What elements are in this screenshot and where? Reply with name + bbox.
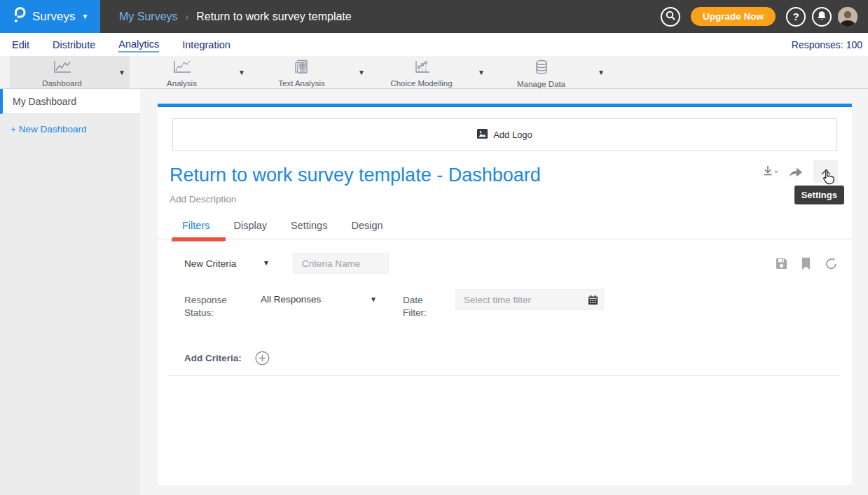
toolbar-group-choice-modelling: Choice Modelling ▼ xyxy=(369,56,489,88)
search-icon xyxy=(666,11,675,22)
date-filter-field xyxy=(455,289,604,310)
section-divider xyxy=(168,375,841,376)
criteria-name-input[interactable] xyxy=(293,253,389,274)
notifications-button[interactable] xyxy=(812,7,832,27)
add-logo-label: Add Logo xyxy=(493,130,532,140)
dashboard-dropdown-caret[interactable]: ▼ xyxy=(114,56,130,88)
search-button[interactable] xyxy=(661,7,680,27)
new-dashboard-button[interactable]: + New Dashboard xyxy=(11,124,140,134)
product-name: Surveys xyxy=(32,10,75,24)
settings-collapse-button[interactable]: Settings xyxy=(813,160,838,183)
survey-section-nav: Edit Distribute Analytics Integration Re… xyxy=(0,33,868,56)
date-filter-label: Date Filter: xyxy=(403,289,436,319)
chevron-down-icon: ▼ xyxy=(263,260,270,267)
bookmark-criteria-button[interactable] xyxy=(801,258,811,270)
tab-display[interactable]: Display xyxy=(233,220,267,239)
dashboard-tabs: Filters Display Settings Design xyxy=(158,220,852,239)
line-chart-icon xyxy=(52,60,73,77)
nav-edit[interactable]: Edit xyxy=(12,38,29,52)
toolbar-label: Analysis xyxy=(167,79,197,88)
criteria-actions xyxy=(776,257,838,270)
question-mark-icon: ? xyxy=(792,11,799,22)
nav-integration[interactable]: Integration xyxy=(182,38,230,52)
card-accent-bar xyxy=(158,104,852,107)
document-grid-icon xyxy=(294,60,310,77)
add-description-button[interactable]: Add Description xyxy=(170,194,852,204)
toolbar-label: Choice Modelling xyxy=(390,79,452,88)
add-criteria-button[interactable] xyxy=(255,351,270,365)
sidebar-item-my-dashboard[interactable]: My Dashboard xyxy=(0,89,140,114)
criteria-dropdown-value: New Criteria xyxy=(184,258,236,269)
filters-panel: New Criteria ▼ xyxy=(158,253,852,365)
database-icon xyxy=(534,60,549,78)
breadcrumb-separator: › xyxy=(186,11,189,22)
toolbar-group-dashboard: Dashboard ▼ xyxy=(10,56,130,88)
dashboard-title: Return to work survey template - Dashboa… xyxy=(170,165,838,186)
tab-choice-modelling[interactable]: Choice Modelling xyxy=(369,56,474,88)
toolbar-label: Manage Data xyxy=(517,80,565,88)
upgrade-now-button[interactable]: Upgrade Now xyxy=(691,7,776,26)
tab-filters[interactable]: Filters xyxy=(182,220,209,239)
bell-icon xyxy=(817,11,827,23)
toolbar-group-manage-data: Manage Data ▼ xyxy=(489,56,609,88)
scatter-chart-icon xyxy=(413,60,431,77)
breadcrumb-current: Return to work survey template xyxy=(196,11,351,23)
questionpro-logo-icon xyxy=(12,6,26,27)
tab-text-analysis[interactable]: Text Analysis xyxy=(249,56,354,88)
download-button[interactable] xyxy=(762,165,778,179)
top-bar: Surveys ▼ My Surveys › Return to work su… xyxy=(0,0,868,33)
main-area: Add Logo Return to work survey template … xyxy=(140,89,868,495)
toolbar-label: Text Analysis xyxy=(278,79,324,88)
manage-data-dropdown-caret[interactable]: ▼ xyxy=(593,56,609,88)
save-criteria-button[interactable] xyxy=(776,258,787,270)
nav-distribute[interactable]: Distribute xyxy=(53,38,95,52)
toolbar-group-analysis: Analysis ▼ xyxy=(130,56,249,88)
breadcrumb: My Surveys › Return to work survey templ… xyxy=(119,11,352,23)
tab-analysis[interactable]: Analysis xyxy=(130,56,234,88)
toolbar-label: Dashboard xyxy=(42,79,81,88)
topbar-actions: Upgrade Now ? xyxy=(661,7,868,27)
breadcrumb-my-surveys[interactable]: My Surveys xyxy=(119,11,178,23)
trend-chart-icon xyxy=(172,60,193,77)
choice-modelling-dropdown-caret[interactable]: ▼ xyxy=(474,56,489,88)
chevron-down-icon: ▼ xyxy=(81,13,88,20)
tab-manage-data[interactable]: Manage Data xyxy=(489,56,593,88)
calendar-icon[interactable] xyxy=(588,295,598,305)
dashboard-sidebar: My Dashboard + New Dashboard xyxy=(0,89,140,495)
share-button[interactable] xyxy=(788,165,804,178)
page-body: My Dashboard + New Dashboard Add Logo Re… xyxy=(0,89,868,495)
time-filter-input[interactable] xyxy=(464,295,588,305)
tab-settings[interactable]: Settings xyxy=(291,220,327,239)
tab-design[interactable]: Design xyxy=(351,220,383,239)
help-button[interactable]: ? xyxy=(786,7,806,27)
criteria-dropdown[interactable]: New Criteria ▼ xyxy=(184,258,270,269)
text-analysis-dropdown-caret[interactable]: ▼ xyxy=(354,56,369,88)
tab-dashboard[interactable]: Dashboard xyxy=(10,56,114,88)
settings-tooltip: Settings xyxy=(794,186,844,204)
reset-criteria-button[interactable] xyxy=(825,257,838,270)
add-logo-button[interactable]: Add Logo xyxy=(172,118,837,151)
toolbar-group-text-analysis: Text Analysis ▼ xyxy=(249,56,369,88)
nav-analytics[interactable]: Analytics xyxy=(118,37,159,53)
chevron-up-icon xyxy=(821,165,831,178)
chevron-down-icon: ▼ xyxy=(370,296,377,303)
image-icon xyxy=(477,129,488,141)
response-status-value: All Responses xyxy=(261,294,321,305)
sidebar-item-label: My Dashboard xyxy=(13,96,76,107)
response-status-label: Response Status: xyxy=(184,289,233,319)
user-avatar[interactable] xyxy=(838,7,857,27)
analysis-dropdown-caret[interactable]: ▼ xyxy=(234,56,249,88)
dashboard-card: Add Logo Return to work survey template … xyxy=(158,104,852,485)
analytics-toolbar: Dashboard ▼ Analysis ▼ xyxy=(0,56,868,89)
responses-count[interactable]: Responses: 100 xyxy=(792,39,862,50)
dashboard-actions: Settings xyxy=(762,160,838,183)
response-status-dropdown[interactable]: All Responses ▼ xyxy=(261,289,377,305)
add-criteria-label: Add Criteria: xyxy=(184,353,242,363)
product-switcher[interactable]: Surveys ▼ xyxy=(0,0,100,33)
